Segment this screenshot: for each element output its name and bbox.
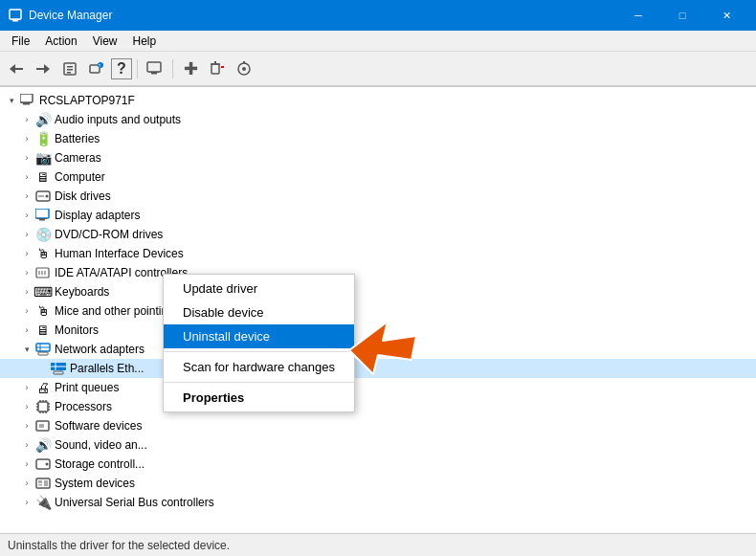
cameras-icon: 📷 <box>34 150 52 166</box>
dvd-toggle[interactable]: › <box>19 227 34 242</box>
tree-item-monitors[interactable]: › 🖥 Monitors <box>0 321 756 340</box>
tree-item-audio[interactable]: › 🔊 Audio inputs and outputs <box>0 110 756 129</box>
storage-label: Storage controll... <box>55 457 145 471</box>
menu-help[interactable]: Help <box>125 33 165 50</box>
keyboards-icon: ⌨ <box>34 284 52 300</box>
system-label: System devices <box>55 477 135 490</box>
mice-icon: 🖱 <box>34 303 52 319</box>
tree-item-network[interactable]: ▾ Network adapters <box>0 340 756 359</box>
window-controls: ─ □ ✕ <box>616 0 748 31</box>
svg-rect-15 <box>151 73 157 75</box>
tree-item-hid[interactable]: › 🖱 Human Interface Devices <box>0 244 756 263</box>
storage-toggle[interactable]: › <box>19 456 34 472</box>
context-update-driver[interactable]: Update driver <box>164 277 354 300</box>
tree-item-parallels[interactable]: › Parallels Eth... <box>0 359 756 378</box>
root-toggle[interactable]: ▾ <box>4 93 19 108</box>
tree-item-dvd[interactable]: › 💿 DVD/CD-ROM drives <box>0 225 756 244</box>
svg-rect-8 <box>67 66 73 68</box>
tree-item-sound[interactable]: › 🔊 Sound, video an... <box>0 435 756 455</box>
remove-button[interactable] <box>205 56 230 81</box>
tree-item-mice[interactable]: › 🖱 Mice and other pointing devices <box>0 301 756 321</box>
mice-toggle[interactable]: › <box>19 303 34 319</box>
context-properties[interactable]: Properties <box>164 386 354 410</box>
tree-item-ide[interactable]: › IDE ATA/ATAPI controllers <box>0 263 756 282</box>
svg-rect-25 <box>23 103 30 105</box>
help-button[interactable]: ? <box>111 58 132 79</box>
diskdrives-label: Disk drives <box>55 189 111 203</box>
tree-item-system[interactable]: › System devices <box>0 474 756 493</box>
tree-item-batteries[interactable]: › 🔋 Batteries <box>0 129 756 148</box>
monitors-toggle[interactable]: › <box>19 322 34 338</box>
svg-rect-9 <box>67 69 73 71</box>
system-toggle[interactable]: › <box>19 476 34 491</box>
svg-rect-30 <box>35 209 49 218</box>
tree-item-usb[interactable]: › 🔌 Universal Serial Bus controllers <box>0 493 756 512</box>
usb-toggle[interactable]: › <box>19 495 34 510</box>
refresh-button[interactable] <box>232 56 256 81</box>
tree-item-software[interactable]: › Software devices <box>0 416 756 435</box>
computer-node-icon: 🖥 <box>34 169 52 185</box>
display-toggle[interactable]: › <box>19 208 34 223</box>
tree-item-keyboards[interactable]: › ⌨ Keyboards <box>0 282 756 301</box>
tree-view[interactable]: ▾ RCSLAPTOP971F › 🔊 Audio inputs and out… <box>0 87 756 516</box>
svg-rect-65 <box>38 484 42 486</box>
svg-point-28 <box>46 195 49 198</box>
tree-root[interactable]: ▾ RCSLAPTOP971F <box>0 91 756 110</box>
menu-file[interactable]: File <box>4 33 37 50</box>
ide-toggle[interactable]: › <box>19 265 34 280</box>
back-button[interactable] <box>4 56 29 81</box>
audio-toggle[interactable]: › <box>19 112 34 127</box>
properties-button[interactable] <box>57 56 82 81</box>
print-icon: 🖨 <box>34 380 52 395</box>
add-button[interactable]: ✚ <box>178 56 203 81</box>
forward-button[interactable] <box>31 56 56 81</box>
tree-item-computer[interactable]: › 🖥 Computer <box>0 167 756 187</box>
software-icon <box>34 418 52 434</box>
usb-label: Universal Serial Bus controllers <box>55 496 214 509</box>
processors-toggle[interactable]: › <box>19 399 34 414</box>
update-driver-button[interactable]: ? <box>84 56 109 81</box>
sound-icon: 🔊 <box>34 437 52 453</box>
computer-label: Computer <box>55 170 105 184</box>
print-toggle[interactable]: › <box>19 380 34 395</box>
toolbar-separator-1 <box>137 59 138 78</box>
cameras-toggle[interactable]: › <box>19 150 34 166</box>
status-text: Uninstalls the driver for the selected d… <box>8 539 230 552</box>
context-uninstall-device[interactable]: Uninstall device <box>164 324 354 348</box>
tree-item-print[interactable]: › 🖨 Print queues <box>0 378 756 397</box>
toolbar-separator-2 <box>172 59 173 78</box>
tree-item-processors[interactable]: › Processors <box>0 397 756 416</box>
keyboards-toggle[interactable]: › <box>19 284 34 300</box>
maximize-button[interactable]: □ <box>660 0 704 31</box>
tree-item-display[interactable]: › Display adapters <box>0 206 756 225</box>
svg-rect-4 <box>13 68 23 70</box>
minimize-button[interactable]: ─ <box>616 0 660 31</box>
monitors-label: Monitors <box>55 323 99 337</box>
tree-item-diskdrives[interactable]: › Disk drives <box>0 187 756 206</box>
network-toggle[interactable]: ▾ <box>19 342 34 357</box>
svg-text:?: ? <box>99 63 101 69</box>
tree-item-storage[interactable]: › Storage controll... <box>0 455 756 474</box>
close-button[interactable]: ✕ <box>704 0 748 31</box>
hid-label: Human Interface Devices <box>55 247 184 260</box>
menu-view[interactable]: View <box>85 33 125 50</box>
sound-toggle[interactable]: › <box>19 437 34 453</box>
menu-action[interactable]: Action <box>37 33 84 50</box>
storage-icon <box>34 456 52 472</box>
usb-icon: 🔌 <box>34 495 52 510</box>
context-scan-hardware[interactable]: Scan for hardware changes <box>164 355 354 379</box>
computer-toggle[interactable]: › <box>19 169 34 185</box>
context-disable-device[interactable]: Disable device <box>164 300 354 324</box>
svg-rect-32 <box>37 218 47 219</box>
batteries-icon: 🔋 <box>34 131 52 146</box>
software-toggle[interactable]: › <box>19 418 34 434</box>
menu-bar: File Action View Help <box>0 31 756 52</box>
tree-item-cameras[interactable]: › 📷 Cameras <box>0 148 756 167</box>
batteries-toggle[interactable]: › <box>19 131 34 146</box>
dvd-icon: 💿 <box>34 227 52 242</box>
diskdrives-toggle[interactable]: › <box>19 189 34 204</box>
svg-rect-44 <box>54 371 63 374</box>
hid-toggle[interactable]: › <box>19 246 34 261</box>
monitor-button[interactable] <box>143 56 167 81</box>
ide-icon <box>34 265 52 280</box>
